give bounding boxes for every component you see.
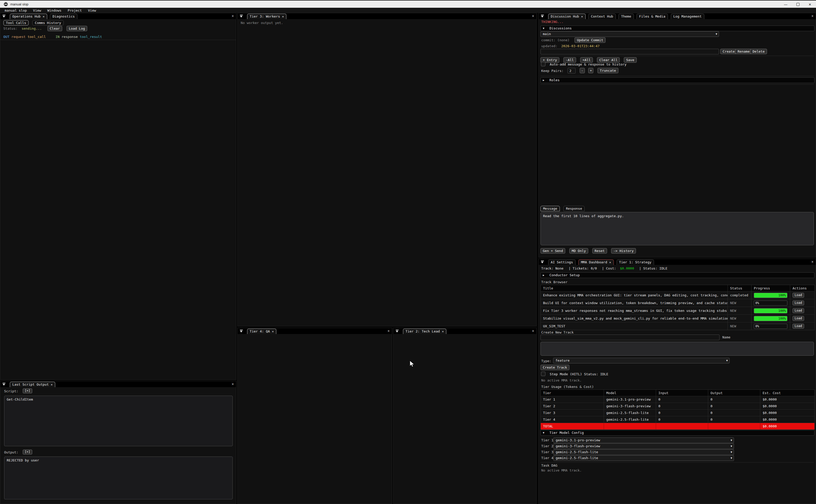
track-type-select[interactable]: feature ▼: [553, 358, 730, 363]
tab-close-icon[interactable]: ✕: [581, 15, 583, 18]
table-row[interactable]: Enhance existing MMA orchestration GUI: …: [541, 291, 814, 299]
maximize-button[interactable]: [792, 1, 804, 8]
panel-menu-icon[interactable]: [240, 15, 243, 18]
tab-label: Tier 3: Workers: [250, 14, 280, 18]
conductor-setup-header[interactable]: ▶ Conductor Setup: [540, 272, 814, 278]
load-button[interactable]: Load: [793, 293, 804, 298]
tab-last-script-output[interactable]: Last Script Output✕: [10, 382, 55, 387]
script-text-box[interactable]: Get-ChildItem: [4, 396, 233, 446]
panel-menu-icon[interactable]: [396, 330, 399, 332]
updated-label: updated:: [541, 44, 558, 48]
track-name-input[interactable]: [540, 335, 720, 340]
tier-model-config-header[interactable]: ▼ Tier Model Config: [540, 430, 814, 436]
panel-close-icon[interactable]: ✕: [532, 14, 534, 18]
keep-pairs-input[interactable]: [568, 68, 576, 74]
table-row[interactable]: Build UI for context window utilization,…: [541, 299, 814, 307]
panel-menu-icon[interactable]: [541, 15, 544, 18]
tab-response[interactable]: Response: [563, 206, 585, 211]
maximize-icon: [796, 3, 799, 6]
load-log-button[interactable]: Load Log: [67, 26, 87, 31]
menu-item-view[interactable]: View: [33, 9, 41, 12]
subtab-comms-history[interactable]: Comms History: [32, 20, 64, 26]
message-textarea[interactable]: Read the first 10 lines of aggregate.py.: [540, 212, 814, 245]
panel-close-icon[interactable]: ✕: [387, 329, 390, 333]
panel-menu-icon[interactable]: [541, 261, 544, 263]
clear-button[interactable]: Clear: [47, 26, 62, 31]
output-expand-button[interactable]: [+]: [23, 450, 33, 454]
panel-close-icon[interactable]: ✕: [532, 329, 534, 333]
tab-discussion-hub[interactable]: Discussion Hub✕: [548, 14, 586, 19]
update-commit-button[interactable]: Update Commit: [575, 37, 605, 43]
tab-close-icon[interactable]: ✕: [51, 383, 53, 386]
load-button[interactable]: Load: [793, 300, 804, 305]
truncate-button[interactable]: Truncate: [597, 68, 618, 73]
panel-close-icon[interactable]: ✕: [811, 14, 813, 18]
tab-ai-settings[interactable]: AI Settings: [548, 259, 576, 265]
tier3-model-select[interactable]: gemini-2.5-flash-lite ▼: [553, 449, 734, 455]
tier1-model-select[interactable]: gemini-3.1-pro-preview ▼: [553, 437, 734, 443]
discussion-hub-panel: Discussion Hub✕ Context Hub Theme Files …: [538, 13, 816, 257]
tab-close-icon[interactable]: ✕: [282, 15, 284, 18]
load-button[interactable]: Load: [793, 316, 804, 321]
panel-menu-icon[interactable]: [240, 330, 243, 332]
load-button[interactable]: Load: [793, 324, 804, 329]
tab-theme[interactable]: Theme: [618, 14, 634, 19]
menu-item-manual-slop[interactable]: manual slop: [5, 9, 27, 12]
panel-menu-icon[interactable]: [3, 15, 5, 18]
script-expand-button[interactable]: [+]: [23, 388, 33, 393]
load-button[interactable]: Load: [793, 308, 804, 313]
create-track-button[interactable]: Create Track: [540, 365, 569, 370]
panel-close-icon[interactable]: ✕: [232, 382, 234, 386]
subtab-tool-calls[interactable]: Tool Calls: [3, 20, 29, 26]
table-row[interactable]: Stabilize visual_sim_mma_v2.py and mock_…: [541, 314, 814, 322]
tab-close-icon[interactable]: ✕: [43, 15, 44, 18]
tab-close-icon[interactable]: ✕: [442, 330, 444, 333]
menu-item-project[interactable]: Project: [68, 9, 82, 12]
create-button[interactable]: Create: [720, 49, 737, 54]
tab-tier3-workers[interactable]: Tier 3: Workers✕: [247, 14, 287, 19]
col-input: Input: [656, 390, 708, 396]
history-button[interactable]: -> History: [611, 248, 636, 254]
keep-pairs-plus-button[interactable]: +: [588, 68, 593, 73]
no-active-track-text: No active MMA track.: [541, 378, 582, 382]
reset-button[interactable]: Reset: [592, 248, 607, 254]
tab-context-hub[interactable]: Context Hub: [588, 14, 616, 19]
menu-item-view-2[interactable]: View: [88, 9, 96, 12]
step-mode-checkbox[interactable]: [541, 372, 545, 376]
track-description-textarea[interactable]: [540, 342, 814, 356]
table-row[interactable]: Fix Tier 3 worker responses not reaching…: [541, 307, 814, 314]
tab-diagnostics[interactable]: Diagnostics: [50, 14, 77, 19]
discussion-name-input[interactable]: [540, 49, 719, 54]
auto-add-checkbox[interactable]: [541, 62, 545, 66]
tab-tier2-techlead[interactable]: Tier 2: Tech Lead✕: [403, 329, 446, 334]
tab-message[interactable]: Message: [540, 206, 560, 211]
delete-button[interactable]: Delete: [750, 49, 767, 54]
tab-tier1-strategy[interactable]: Tier 1: Strategy: [617, 259, 654, 265]
keep-pairs-minus-button[interactable]: -: [580, 68, 585, 73]
tab-log-management[interactable]: Log Management: [671, 14, 704, 19]
roles-section-header[interactable]: ▶ Roles: [540, 77, 814, 83]
minimize-button[interactable]: —: [780, 1, 792, 8]
tier2-model-select[interactable]: gemini-3-flash-preview ▼: [553, 443, 734, 449]
panel-close-icon[interactable]: ✕: [811, 260, 813, 264]
table-row[interactable]: UX_SIM_TEST NEW 0% Load: [541, 322, 814, 330]
thinking-status: THINKING...: [541, 20, 563, 24]
tab-close-icon[interactable]: ✕: [609, 261, 611, 264]
discussion-branch-select[interactable]: main ▼: [540, 31, 719, 37]
gen-send-button[interactable]: Gen + Send: [540, 248, 565, 254]
panel-menu-icon[interactable]: [3, 383, 5, 386]
close-button[interactable]: ✕: [804, 1, 816, 8]
tab-close-icon[interactable]: ✕: [272, 330, 274, 333]
discussions-section-header[interactable]: ▼ Discussions: [540, 26, 814, 31]
md-only-button[interactable]: MD Only: [569, 248, 588, 254]
track-title: Build UI for context window utilization,…: [541, 301, 728, 305]
caret-down-icon: ▼: [543, 26, 547, 31]
tab-mma-dashboard[interactable]: MMA Dashboard✕: [578, 259, 614, 265]
tab-files-media[interactable]: Files & Media: [636, 14, 668, 19]
panel-close-icon[interactable]: ✕: [232, 14, 234, 18]
tier4-model-select[interactable]: gemini-2.5-flash-lite ▼: [553, 455, 734, 461]
tab-tier4-qa[interactable]: Tier 4: QA✕: [247, 329, 277, 334]
tab-operations-hub[interactable]: Operations Hub✕: [10, 14, 47, 19]
rename-button[interactable]: Rename: [735, 49, 752, 54]
menu-item-windows[interactable]: Windows: [47, 9, 61, 12]
